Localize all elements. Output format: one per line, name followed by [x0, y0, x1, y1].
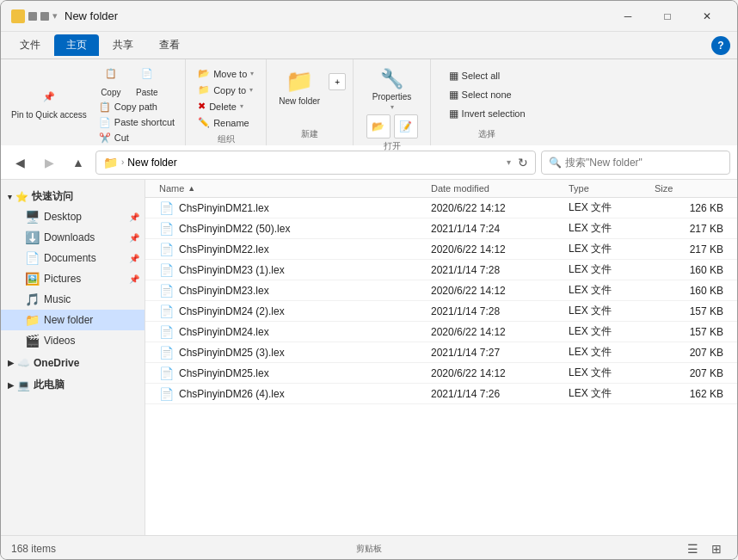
- sort-arrow: ▲: [188, 184, 195, 193]
- cut-label: Cut: [114, 132, 129, 143]
- table-row[interactable]: 📄 ChsPinyinDM24 (2).lex 2021/1/14 7:28 L…: [145, 301, 737, 322]
- move-to-dropdown-icon: ▾: [250, 70, 254, 77]
- tab-home[interactable]: 主页: [54, 34, 99, 56]
- copy-to-button[interactable]: 📁 Copy to ▾: [193, 83, 259, 97]
- thispc-header[interactable]: ▶ 💻 此电脑: [1, 375, 145, 395]
- file-date-cell: 2020/6/22 14:12: [431, 243, 569, 255]
- quick-access-label: 快速访问: [32, 189, 73, 204]
- documents-icon: 📄: [25, 251, 39, 265]
- close-button[interactable]: ✕: [687, 3, 727, 30]
- onedrive-icon: ☁️: [17, 357, 30, 369]
- refresh-icon[interactable]: ↻: [518, 156, 528, 169]
- move-to-button[interactable]: 📂 Move to ▾: [193, 66, 259, 81]
- table-row[interactable]: 📄 ChsPinyinDM26 (4).lex 2021/1/14 7:26 L…: [145, 384, 737, 404]
- sidebar-item-desktop-label: Desktop: [44, 211, 82, 223]
- paste-shortcut-icon: 📄: [99, 117, 111, 128]
- copy-to-icon: 📁: [198, 84, 210, 95]
- copy-button[interactable]: 📋 Copy: [94, 60, 128, 99]
- copy-to-label: Copy to: [213, 85, 246, 95]
- file-type-icon: 📄: [159, 263, 174, 277]
- quick-access-header[interactable]: ▾ ⭐ 快速访问: [1, 187, 145, 206]
- properties-label: Properties: [372, 92, 412, 102]
- paste-button[interactable]: 📄 Paste: [130, 60, 164, 99]
- table-row[interactable]: 📄 ChsPinyinDM24.lex 2020/6/22 14:12 LEX …: [145, 322, 737, 342]
- file-name-cell: 📄 ChsPinyinDM23.lex: [159, 284, 431, 298]
- sidebar-item-music[interactable]: 🎵 Music: [1, 289, 145, 310]
- file-size-cell: 207 KB: [655, 347, 723, 359]
- cut-button[interactable]: ✂️ Cut: [94, 131, 180, 145]
- title-icon-small1: [28, 12, 37, 21]
- new-folder-button[interactable]: 📁 New folder: [274, 66, 325, 108]
- search-box[interactable]: 🔍: [541, 151, 730, 175]
- table-row[interactable]: 📄 ChsPinyinDM22 (50).lex 2021/1/14 7:24 …: [145, 218, 737, 239]
- path-dropdown-icon[interactable]: ▾: [507, 157, 511, 167]
- maximize-button[interactable]: □: [648, 3, 687, 30]
- select-all-label: Select all: [462, 71, 501, 81]
- sidebar-item-new-folder[interactable]: 📁 New folder: [1, 310, 145, 330]
- file-date-cell: 2021/1/14 7:28: [431, 305, 569, 317]
- file-size-cell: 217 KB: [655, 243, 723, 255]
- paste-shortcut-button[interactable]: 📄 Paste shortcut: [94, 115, 180, 130]
- table-row[interactable]: 📄 ChsPinyinDM25 (3).lex 2021/1/14 7:27 L…: [145, 342, 737, 363]
- tab-share[interactable]: 共享: [101, 34, 145, 56]
- table-row[interactable]: 📄 ChsPinyinDM21.lex 2020/6/22 14:12 LEX …: [145, 198, 737, 218]
- up-button[interactable]: ▲: [66, 151, 90, 175]
- file-type-cell: LEX 文件: [569, 242, 655, 256]
- clipboard-group-label: 剪贴板: [0, 541, 738, 557]
- sidebar-item-documents[interactable]: 📄 Documents 📌: [1, 248, 145, 268]
- file-size-cell: 126 KB: [655, 202, 723, 214]
- file-name-text: ChsPinyinDM25 (3).lex: [179, 347, 285, 359]
- ribbon-group-organize: 📂 Move to ▾ 📁 Copy to ▾ ✖ Delete ▾ ✏️ Re…: [186, 59, 267, 145]
- forward-button[interactable]: ▶: [37, 151, 61, 175]
- sidebar-item-desktop[interactable]: 🖥️ Desktop 📌: [1, 206, 145, 227]
- file-type-cell: LEX 文件: [569, 366, 655, 380]
- properties-button[interactable]: 🔧 Properties ▾: [367, 66, 417, 113]
- address-path[interactable]: 📁 › New folder ▾ ↻: [95, 151, 536, 175]
- table-row[interactable]: 📄 ChsPinyinDM22.lex 2020/6/22 14:12 LEX …: [145, 239, 737, 260]
- onedrive-expand-icon: ▶: [8, 359, 14, 367]
- rename-button[interactable]: ✏️ Rename: [193, 115, 259, 130]
- file-name-text: ChsPinyinDM26 (4).lex: [179, 388, 285, 400]
- select-all-button[interactable]: ▦ Select all: [444, 68, 531, 83]
- col-type[interactable]: Type: [569, 183, 655, 194]
- col-date[interactable]: Date modified: [431, 183, 569, 194]
- col-size[interactable]: Size: [655, 183, 723, 194]
- file-type-cell: LEX 文件: [569, 304, 655, 318]
- new-item-button[interactable]: +: [329, 73, 346, 90]
- file-size-cell: 207 KB: [655, 367, 723, 379]
- onedrive-label: OneDrive: [34, 357, 79, 369]
- back-button[interactable]: ◀: [8, 151, 32, 175]
- col-date-label: Date modified: [431, 183, 489, 194]
- tab-view[interactable]: 查看: [147, 34, 192, 56]
- open-button[interactable]: 📂: [366, 114, 391, 138]
- sidebar-item-documents-label: Documents: [44, 252, 96, 264]
- edit-button[interactable]: 📝: [394, 114, 418, 138]
- table-row[interactable]: 📄 ChsPinyinDM23.lex 2020/6/22 14:12 LEX …: [145, 280, 737, 301]
- copy-path-button[interactable]: 📋 Copy path: [94, 100, 180, 114]
- thispc-icon: 💻: [17, 379, 30, 391]
- file-name-cell: 📄 ChsPinyinDM25 (3).lex: [159, 346, 431, 360]
- file-name-cell: 📄 ChsPinyinDM23 (1).lex: [159, 263, 431, 277]
- file-size-cell: 160 KB: [655, 264, 723, 276]
- file-name-cell: 📄 ChsPinyinDM25.lex: [159, 366, 431, 380]
- onedrive-header[interactable]: ▶ ☁️ OneDrive: [1, 354, 145, 372]
- select-none-button[interactable]: ▦ Select none: [444, 87, 531, 102]
- search-input[interactable]: [565, 157, 723, 169]
- tab-file[interactable]: 文件: [8, 34, 52, 56]
- delete-button[interactable]: ✖ Delete ▾: [193, 99, 259, 114]
- sidebar-item-pictures[interactable]: 🖼️ Pictures 📌: [1, 268, 145, 289]
- minimize-button[interactable]: ─: [608, 3, 648, 30]
- invert-selection-button[interactable]: ▦ Invert selection: [444, 106, 531, 121]
- sidebar-item-videos[interactable]: 🎬 Videos: [1, 330, 145, 351]
- delete-dropdown-icon: ▾: [240, 102, 243, 110]
- sidebar-item-pictures-label: Pictures: [44, 273, 81, 285]
- table-row[interactable]: 📄 ChsPinyinDM25.lex 2020/6/22 14:12 LEX …: [145, 363, 737, 384]
- table-row[interactable]: 📄 ChsPinyinDM23 (1).lex 2021/1/14 7:28 L…: [145, 260, 737, 280]
- sidebar-item-downloads[interactable]: ⬇️ Downloads 📌: [1, 227, 145, 248]
- col-size-label: Size: [655, 183, 673, 194]
- col-name[interactable]: Name ▲: [159, 183, 431, 194]
- help-button[interactable]: ?: [711, 36, 730, 55]
- copy-path-label: Copy path: [114, 102, 157, 112]
- pin-to-quick-access-button[interactable]: 📌 Pin to Quick access: [6, 83, 92, 122]
- ribbon-group-clipboard: 📌 Pin to Quick access 📋 Copy 📄 Paste 📋 C…: [1, 59, 186, 145]
